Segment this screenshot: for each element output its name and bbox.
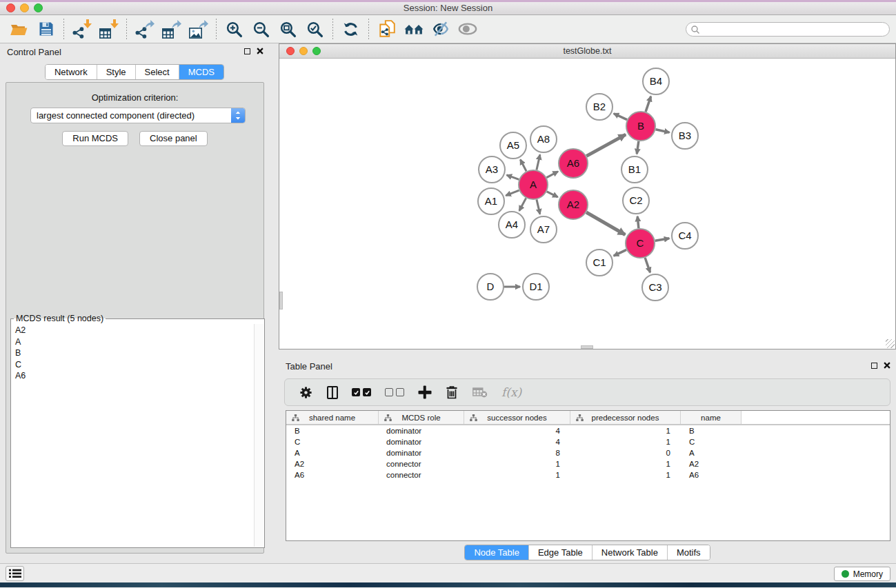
tab-node-table[interactable]: Node Table — [465, 545, 529, 560]
open-session-button[interactable] — [6, 17, 32, 41]
zoom-in-button[interactable] — [221, 17, 248, 41]
table-row[interactable]: A2connector11A2 — [286, 458, 890, 469]
edge-A-A6[interactable] — [546, 172, 558, 178]
criterion-dropdown[interactable]: largest connected component (directed) — [30, 108, 246, 123]
task-history-button[interactable] — [6, 566, 24, 581]
save-session-button[interactable] — [32, 17, 59, 41]
edge-A-A2[interactable] — [547, 192, 558, 197]
table-cell[interactable]: B — [286, 425, 379, 436]
table-cell[interactable]: dominator — [379, 447, 464, 458]
edge-A-A4[interactable] — [519, 198, 526, 210]
table-settings-button[interactable] — [299, 385, 313, 400]
import-network-button[interactable] — [68, 17, 95, 41]
table-cell[interactable]: 1 — [464, 458, 570, 469]
node-C[interactable]: C — [626, 229, 655, 258]
node-D1[interactable]: D1 — [523, 274, 549, 300]
table-cell[interactable]: connector — [379, 458, 464, 469]
search-input[interactable] — [686, 22, 890, 37]
edge-C-C4[interactable] — [655, 239, 670, 241]
zoom-out-button[interactable] — [248, 17, 275, 41]
hide-details-button[interactable] — [427, 17, 454, 41]
node-D[interactable]: D — [477, 274, 504, 300]
result-item-b[interactable]: B — [11, 347, 254, 359]
node-C1[interactable]: C1 — [586, 250, 613, 276]
delete-column-button[interactable] — [445, 385, 459, 400]
table-cell[interactable]: A2 — [286, 458, 379, 469]
node-B1[interactable]: B1 — [621, 156, 648, 183]
zoom-selected-button[interactable] — [301, 17, 328, 41]
edge-A-A7[interactable] — [537, 199, 540, 214]
table-row[interactable]: Adominator80A — [286, 447, 890, 458]
column-header-shared-name[interactable]: shared name — [286, 411, 379, 424]
node-B4[interactable]: B4 — [643, 68, 669, 94]
table-cell[interactable]: A6 — [681, 469, 741, 480]
edge-B-B2[interactable] — [614, 114, 627, 120]
node-C4[interactable]: C4 — [672, 223, 698, 249]
table-cell[interactable]: dominator — [379, 436, 464, 447]
table-cell[interactable]: 4 — [464, 436, 570, 447]
tab-network[interactable]: Network — [46, 65, 97, 79]
node-A5[interactable]: A5 — [500, 132, 526, 159]
network-canvas[interactable]: B4B2BB3A8A5A6A3B1AA1C2A2A4A7CC4C1C3DD1 — [279, 59, 895, 349]
result-item-a[interactable]: A — [11, 336, 254, 348]
node-A7[interactable]: A7 — [530, 216, 557, 243]
home-button[interactable] — [400, 17, 427, 41]
refresh-button[interactable] — [337, 17, 364, 41]
column-header-successor-nodes[interactable]: successor nodes — [464, 411, 570, 424]
table-cell[interactable]: A6 — [286, 469, 379, 480]
edge-B-B1[interactable] — [637, 141, 639, 154]
function-builder-button[interactable]: f(x) — [501, 385, 521, 399]
show-columns-button[interactable] — [327, 386, 338, 399]
canvas-vertical-scroll-thumb[interactable] — [279, 292, 283, 310]
table-cell[interactable]: 1 — [570, 469, 681, 480]
delete-table-button[interactable] — [472, 387, 488, 398]
select-all-columns-button[interactable] — [352, 388, 371, 396]
tab-network-table[interactable]: Network Table — [593, 545, 668, 560]
node-A4[interactable]: A4 — [499, 212, 525, 238]
tab-motifs[interactable]: Motifs — [668, 545, 710, 560]
table-row[interactable]: A6connector11A6 — [286, 469, 890, 480]
table-cell[interactable]: A — [286, 447, 379, 458]
node-A8[interactable]: A8 — [530, 126, 557, 152]
node-A[interactable]: A — [519, 170, 548, 199]
import-table-button[interactable] — [95, 17, 122, 41]
window-resize-grip[interactable] — [886, 339, 895, 348]
node-A3[interactable]: A3 — [479, 156, 505, 183]
tab-style[interactable]: Style — [97, 65, 136, 79]
result-item-a6[interactable]: A6 — [11, 370, 254, 382]
result-scrollbar[interactable] — [254, 324, 263, 547]
duplicate-network-button[interactable] — [373, 17, 400, 41]
table-row[interactable]: Bdominator41B — [286, 425, 890, 436]
memory-button[interactable]: Memory — [834, 567, 890, 581]
create-column-button[interactable] — [418, 386, 431, 399]
table-cell[interactable]: connector — [379, 469, 464, 480]
result-item-c[interactable]: C — [11, 359, 254, 371]
edge-C-C1[interactable] — [614, 250, 626, 256]
tab-edge-table[interactable]: Edge Table — [529, 545, 593, 560]
export-image-button[interactable] — [185, 17, 212, 41]
canvas-horizontal-scroll-thumb[interactable] — [581, 345, 593, 349]
column-header-predecessor-nodes[interactable]: predecessor nodes — [570, 411, 681, 424]
table-cell[interactable]: B — [681, 425, 741, 436]
close-panel-icon[interactable] — [257, 48, 263, 54]
edge-C-C2[interactable] — [637, 216, 639, 228]
zoom-fit-button[interactable] — [275, 17, 301, 41]
result-item-a2[interactable]: A2 — [11, 325, 254, 336]
table-cell[interactable]: 1 — [570, 436, 681, 447]
table-cell[interactable]: 4 — [464, 425, 570, 436]
edge-C-C3[interactable] — [645, 258, 650, 272]
export-table-button[interactable] — [158, 17, 185, 41]
run-mcds-button[interactable]: Run MCDS — [62, 131, 128, 146]
table-cell[interactable]: 0 — [570, 447, 681, 458]
float-panel-icon[interactable] — [244, 48, 250, 54]
node-B2[interactable]: B2 — [586, 94, 613, 120]
node-B3[interactable]: B3 — [672, 123, 698, 149]
node-C3[interactable]: C3 — [642, 274, 668, 301]
close-table-panel-icon[interactable] — [884, 362, 890, 369]
table-row[interactable]: Cdominator41C — [286, 436, 890, 447]
edge-A6-B[interactable] — [586, 134, 626, 156]
node-A2[interactable]: A2 — [559, 190, 588, 219]
edge-A-A3[interactable] — [507, 175, 519, 180]
column-header-name[interactable]: name — [681, 411, 741, 424]
table-cell[interactable]: A — [681, 447, 741, 458]
